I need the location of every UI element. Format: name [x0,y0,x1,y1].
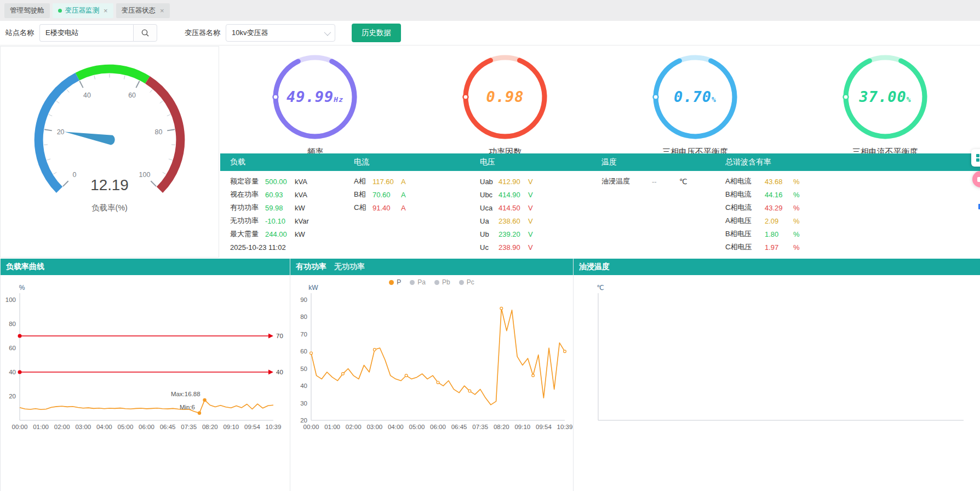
svg-text:02:00: 02:00 [54,424,70,430]
filter-bar: 站点名称 变压器名称 10kv变压器 历史数据 [0,21,980,45]
row-label: Ua [480,217,498,225]
svg-text:05:00: 05:00 [118,424,134,430]
search-button[interactable] [133,24,157,42]
table-header-总谐波含有率: 总谐波含有率 [715,157,980,167]
table-row: 有功功率59.98kW [220,201,344,214]
svg-text:40: 40 [9,369,16,375]
row-value: 414.90 [498,191,528,199]
row-label: C相电压 [725,242,765,252]
legend-item-Pb[interactable]: Pb [434,278,450,286]
row-unit: V [528,243,533,252]
table-row: 无功功率-10.10kVar [220,214,344,227]
svg-text:03:00: 03:00 [75,424,91,430]
floating-widget-apps[interactable] [971,149,980,167]
svg-text:40: 40 [300,382,307,389]
ring-gauge-svg: 37.00% [839,50,932,144]
svg-text:06:45: 06:45 [160,424,176,430]
table-row: A相电压2.09% [715,214,980,227]
legend-item-Pc[interactable]: Pc [459,278,474,286]
svg-text:09:10: 09:10 [223,424,239,430]
svg-text:07:35: 07:35 [472,424,488,430]
site-name-input[interactable] [39,24,133,42]
row-unit: % [793,230,800,238]
oil-temp-chart-header: 油浸温度 [574,259,980,275]
load-rate-chart-panel: 负载率曲线 %2040608010000:0001:0002:0003:0004… [0,259,290,491]
table-row: 最大需量244.00kW [220,227,344,241]
svg-text:0.98: 0.98 [486,88,524,105]
row-label: Uca [480,204,498,212]
ring-gauge-三相电压不平衡度: 0.70%三相电压不平衡度 [600,46,790,157]
svg-text:49.99Hz: 49.99Hz [286,88,343,105]
transformer-select-value: 10kv变压器 [232,28,268,38]
oil-temp-chart-panel: 油浸温度 ℃ [574,259,980,491]
table-row: Ua238.60V [470,214,592,227]
svg-text:09:54: 09:54 [244,424,260,430]
row-value: 414.50 [498,204,528,212]
svg-text:09:10: 09:10 [514,424,530,430]
svg-text:06:00: 06:00 [139,424,154,430]
chart-svg: ℃ [574,275,980,491]
table-column-负载: 额定容量500.00kVA视在功率60.93kVA有功功率59.98kW无功功率… [220,175,344,254]
tab-close-icon[interactable]: × [104,7,108,14]
gauge-needle [64,127,116,146]
table-row: A相电流43.68% [715,175,980,188]
gauge-label: 负载率(%) [91,203,128,212]
power-chart-header: 有功功率无功功率 [290,259,573,275]
ring-gauge-三相电流不平衡度: 37.00%三相电流不平衡度 [790,46,980,157]
floating-widget-service[interactable] [972,171,980,187]
tab-变压器状态[interactable]: 变压器状态× [116,3,170,18]
table-row: 视在功率60.93kVA [220,188,344,201]
legend-item-Pa[interactable]: Pa [410,278,426,286]
svg-text:05:00: 05:00 [409,424,425,430]
chart-svg: %2040608010000:0001:0002:0003:0004:0005:… [1,275,291,491]
svg-text:20: 20 [57,128,65,136]
history-data-button[interactable]: 历史数据 [352,24,401,42]
svg-text:80: 80 [300,313,307,320]
table-header-负载: 负载 [220,157,344,167]
table-row: B相电压1.80% [715,227,980,241]
row-label: 2025-10-23 11:02 [230,243,286,252]
svg-text:10:39: 10:39 [557,424,573,430]
row-label: C相电流 [725,203,765,213]
row-unit: A [401,178,406,186]
tab-管理驾驶舱[interactable]: 管理驾驶舱 [4,3,50,18]
row-label: 无功功率 [230,216,265,226]
chart-title: 油浸温度 [579,262,610,272]
row-unit: V [528,204,533,212]
table-row: 油浸温度--℃ [592,175,715,188]
row-value: 117.60 [372,178,401,186]
row-label: B相电压 [725,229,765,239]
chevron-down-icon [324,28,331,36]
legend-label: P [397,278,401,286]
ring-gauge-svg: 0.98 [459,50,552,144]
svg-text:%: % [19,284,25,292]
row-label: 有功功率 [230,203,265,213]
row-label: Uc [480,243,498,252]
table-row: B相70.60A [344,188,470,201]
svg-text:60: 60 [300,348,307,355]
transformer-select[interactable]: 10kv变压器 [226,24,335,42]
table-row: Ub239.20V [470,227,592,241]
chart-title-secondary[interactable]: 无功功率 [334,262,365,272]
svg-text:80: 80 [155,128,163,136]
power-chart-panel: 有功功率无功功率 PPaPbPckW203040506070809000:000… [290,259,574,491]
svg-text:70: 70 [300,331,307,338]
svg-text:08:20: 08:20 [494,424,509,430]
table-header-电压: 电压 [470,157,592,167]
svg-text:0: 0 [73,171,77,179]
svg-text:80: 80 [9,321,16,327]
row-unit: V [528,217,533,225]
legend-dot [389,280,394,285]
chart-canvas: ℃ [574,275,980,491]
tab-变压器监测[interactable]: 变压器监测× [53,3,113,18]
measurement-table: 负载电流电压温度总谐波含有率 额定容量500.00kVA视在功率60.93kVA… [220,153,980,254]
row-value: 43.68 [765,178,793,186]
table-body: 额定容量500.00kVA视在功率60.93kVA有功功率59.98kW无功功率… [220,171,980,254]
legend-item-P[interactable]: P [389,278,401,286]
row-value: 412.90 [498,178,528,186]
chart-title-primary[interactable]: 有功功率 [296,262,326,272]
tab-bar: 管理驾驶舱变压器监测×变压器状态× [0,0,980,21]
svg-text:70: 70 [276,333,283,339]
svg-text:09:54: 09:54 [536,424,552,430]
tab-close-icon[interactable]: × [160,7,164,14]
